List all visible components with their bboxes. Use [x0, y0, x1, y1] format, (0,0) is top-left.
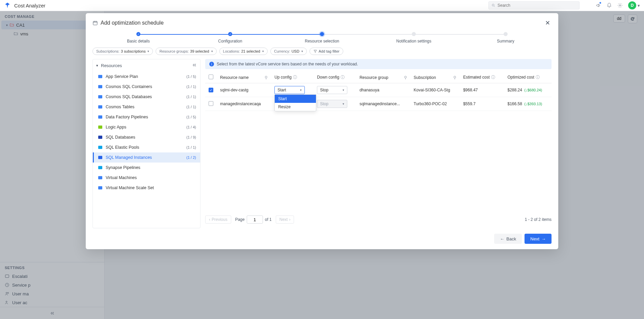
resource-type-item[interactable]: Logic Apps(1 / 4): [93, 122, 200, 132]
resource-type-icon: [98, 84, 103, 89]
top-bar: Cost Analyzer D ▾: [0, 0, 644, 11]
chevron-down-icon: ▾: [211, 50, 213, 53]
filter-icon[interactable]: ⚲: [404, 75, 407, 80]
step-dot: [504, 32, 508, 36]
svg-rect-9: [98, 75, 102, 78]
next-page-button[interactable]: Next›: [276, 215, 294, 224]
collapse-panel-button[interactable]: [192, 63, 197, 68]
modal: Add optimization schedule ✕ Basic detail…: [86, 13, 558, 249]
svg-rect-14: [98, 125, 102, 128]
row-checkbox[interactable]: [209, 101, 213, 106]
filter-icon[interactable]: ⚲: [265, 75, 268, 80]
dropdown-option[interactable]: Resize: [275, 103, 316, 111]
resource-content: i Select from the latest vCore service t…: [205, 59, 552, 228]
resource-type-item[interactable]: Virtual Machines: [93, 173, 200, 183]
resource-type-item[interactable]: Cosmos Tables(1 / 1): [93, 102, 200, 112]
chevron-right-icon: ›: [289, 217, 290, 222]
svg-rect-8: [93, 21, 97, 25]
svg-rect-13: [98, 115, 102, 118]
back-button[interactable]: ←Back: [494, 234, 522, 244]
up-config-select[interactable]: Start▾ Start Resize: [274, 86, 305, 94]
resource-type-item[interactable]: SQL Databases(1 / 9): [93, 132, 200, 142]
page-input[interactable]: [247, 215, 263, 224]
modal-header: Add optimization schedule ✕: [86, 13, 558, 32]
svg-rect-19: [98, 176, 102, 179]
table-row: sqlmi-dev-castg Start▾ Start Resize Stop…: [205, 83, 552, 97]
avatar-caret-icon[interactable]: ▾: [638, 3, 640, 8]
resource-type-item[interactable]: Cosmos SQL Containers(1 / 1): [93, 82, 200, 92]
row-checkbox[interactable]: [209, 88, 213, 92]
svg-rect-16: [98, 146, 102, 149]
resource-type-icon: [98, 74, 103, 79]
resource-type-icon: [98, 145, 103, 150]
pager-info: 1 - 2 of 2 items: [525, 217, 552, 222]
search-input[interactable]: [498, 3, 576, 8]
info-icon: ⓘ: [491, 75, 495, 80]
resource-type-icon: [98, 165, 103, 170]
arrow-right-icon: →: [541, 236, 546, 241]
svg-rect-10: [98, 85, 102, 88]
chevron-down-icon[interactable]: ▾: [96, 63, 98, 68]
avatar[interactable]: D: [628, 1, 636, 9]
select-all-checkbox[interactable]: [209, 75, 213, 79]
step-dot: [228, 32, 232, 36]
prev-page-button[interactable]: ‹Previous: [205, 215, 231, 224]
calendar-icon: [92, 20, 98, 26]
resource-type-icon: [98, 175, 103, 180]
gear-icon[interactable]: [615, 0, 625, 11]
resource-type-icon: [98, 104, 103, 110]
filter-icon[interactable]: ⚲: [453, 75, 456, 80]
svg-rect-12: [98, 105, 102, 108]
add-tag-filter[interactable]: Add tag filter: [310, 48, 343, 55]
chevron-down-icon: ▾: [343, 88, 344, 92]
resource-type-icon: [98, 155, 103, 160]
down-config-select[interactable]: Stop▾: [317, 86, 347, 94]
modal-title: Add optimization schedule: [101, 20, 164, 26]
bell-icon[interactable]: [604, 0, 615, 11]
dropdown: Start Resize: [274, 94, 316, 111]
search-input-wrap[interactable]: [488, 1, 580, 9]
info-icon: ⓘ: [341, 75, 345, 80]
dropdown-option[interactable]: Start: [275, 95, 316, 103]
resource-type-item[interactable]: App Service Plan(1 / 5): [93, 71, 200, 82]
filter-bar: Subscriptions:3 subscriptions▾ Resource …: [86, 48, 558, 59]
modal-overlay: Add optimization schedule ✕ Basic detail…: [0, 11, 644, 319]
table-row: managedinstancecaqa ▾ Stop▾ sqlmanagedin…: [205, 97, 552, 111]
filter-locations[interactable]: Locations:21 selected▾: [219, 48, 268, 55]
resource-type-item[interactable]: Cosmos SQL Databases(1 / 1): [93, 92, 200, 102]
resource-type-icon: [98, 185, 103, 191]
resource-table: Resource name⚲ Up configⓘ Down configⓘ R…: [205, 72, 552, 111]
stepper: Basic details Configuration Resource sel…: [86, 32, 558, 48]
resource-type-icon: [98, 124, 103, 130]
step-dot: [320, 32, 324, 36]
filter-resource-groups[interactable]: Resource groups:39 selected▾: [156, 48, 216, 55]
info-icon: ⓘ: [293, 75, 297, 80]
chevron-left-icon: ‹: [209, 217, 210, 222]
resource-type-item[interactable]: Data Factory Pipelines(1 / 5): [93, 112, 200, 122]
chevron-down-icon: ▾: [300, 88, 302, 92]
svg-point-2: [619, 5, 621, 6]
info-banner: i Select from the latest vCore service t…: [205, 59, 552, 69]
resource-type-icon: [98, 135, 103, 140]
filter-subscriptions[interactable]: Subscriptions:3 subscriptions▾: [92, 48, 153, 55]
announcements-icon[interactable]: [593, 0, 604, 11]
search-icon: [491, 3, 495, 7]
svg-rect-20: [98, 186, 102, 189]
resource-type-icon: [98, 94, 103, 99]
info-icon: i: [209, 62, 214, 66]
pager: ‹Previous Page of 1 Next› 1 - 2 of 2 ite…: [205, 211, 552, 228]
resource-type-icon: [98, 114, 103, 120]
close-button[interactable]: ✕: [544, 18, 552, 28]
app-logo: [4, 2, 11, 9]
svg-rect-11: [98, 95, 102, 98]
resource-type-item[interactable]: SQL Managed Instances(1 / 2): [93, 152, 200, 163]
resource-type-item[interactable]: Synapse Pipelines: [93, 163, 200, 173]
filter-currency[interactable]: Currency:USD▾: [270, 48, 307, 55]
resource-type-item[interactable]: SQL Elastic Pools(1 / 1): [93, 142, 200, 152]
resources-heading: Resources: [101, 63, 122, 68]
down-config-select: Stop▾: [317, 100, 347, 108]
next-button[interactable]: Next→: [525, 234, 552, 244]
chevron-double-left-icon: [192, 63, 197, 67]
resource-type-item[interactable]: Virtual Machine Scale Set: [93, 183, 200, 193]
svg-rect-15: [98, 136, 102, 139]
